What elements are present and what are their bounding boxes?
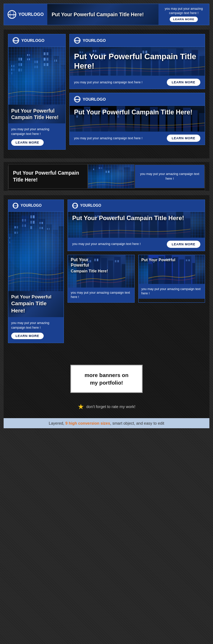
large-h2-globe	[74, 96, 81, 102]
large-h1-logo-text: YOURLOGO	[83, 38, 106, 43]
narrow-sky-cta-text: you may put your amazing campaign text h…	[11, 321, 61, 330]
sky-city-svg	[8, 47, 65, 105]
leaderboard-title: Put Your Powerful Campain Title Here!	[52, 12, 144, 18]
narrow-sky-title-wrap: Put Your PowerfulCampain Title Here!	[8, 291, 64, 317]
row-skyscraper-horizontal: YOURLOGO	[8, 34, 205, 150]
svg-rect-129	[30, 221, 32, 224]
logo-section-1: YOURLOGO	[4, 4, 47, 25]
banner-small-2: Put Your Powerful you may put your amazi…	[138, 255, 205, 303]
svg-rect-122	[22, 219, 23, 222]
svg-rect-107	[108, 171, 109, 173]
narrow-sky-learn-btn[interactable]: LEARN MORE	[11, 333, 44, 339]
small-2-city: Put Your Powerful	[139, 255, 205, 284]
svg-rect-9	[21, 58, 22, 61]
narrow-sky-logo: YOURLOGO	[13, 203, 42, 209]
banner-small-1: Put YourPowerfulCampain Title Here! you …	[68, 255, 135, 303]
svg-rect-106	[105, 171, 107, 173]
row-bottom-banners: YOURLOGO	[8, 200, 205, 343]
svg-rect-127	[30, 215, 32, 218]
large-h1-logo-bar: YOURLOGO	[70, 34, 205, 47]
svg-rect-198	[192, 263, 195, 284]
globe-icon-1	[8, 10, 16, 19]
star-text: don't forget to rate my work!	[86, 404, 135, 409]
large-h2-city: Put Your Powerful Campain Title Here!	[70, 106, 205, 132]
section-3: Put Your Powerful Campain Title Here!	[4, 162, 209, 191]
narrow-sky-title: Put Your PowerfulCampain Title Here!	[11, 294, 61, 315]
footer-bar: Layered, 9 high conversion sizes, smart …	[4, 418, 209, 428]
svg-rect-128	[33, 215, 35, 218]
svg-rect-104	[101, 167, 102, 169]
svg-point-35	[8, 58, 65, 94]
svg-rect-2	[11, 65, 12, 67]
med-h-logo-text: YOURLOGO	[80, 203, 101, 207]
med-h-logo-bar: YOURLOGO	[68, 200, 205, 212]
svg-rect-136	[42, 227, 43, 229]
black-title-part: Put Your Powerful Campain Title Here!	[8, 164, 88, 189]
section-2: YOURLOGO	[4, 30, 209, 158]
large-h2-logo: YOURLOGO	[74, 96, 106, 102]
black-city-svg	[88, 164, 134, 189]
large-h1-title: Put Your Powerful Campain Title Here!	[74, 52, 200, 71]
small-banners-row: Put YourPowerfulCampain Title Here! you …	[68, 255, 205, 303]
star-row: ★ don't forget to rate my work!	[78, 402, 135, 411]
narrow-sky-globe	[13, 203, 18, 209]
svg-rect-108	[112, 165, 118, 188]
narrow-sky-city	[8, 212, 64, 291]
large-h2-title-wrap: Put Your Powerful Campain Title Here!	[70, 106, 205, 119]
med-h-logo: YOURLOGO	[72, 203, 101, 209]
small-1-cta-text: you may put your amazing campaign text h…	[71, 290, 131, 299]
sky-logo-bar: YOURLOGO	[8, 34, 65, 47]
svg-rect-33	[56, 60, 57, 62]
narrow-sky-cta: you may put your amazing campaign text h…	[8, 317, 64, 343]
svg-rect-119	[14, 232, 16, 234]
svg-rect-139	[49, 228, 50, 230]
svg-rect-25	[44, 52, 45, 55]
footer-highlight: 9 high conversion sizes	[65, 421, 110, 425]
leaderboard-title-section: Put Your Powerful Campain Title Here!	[47, 4, 158, 25]
svg-point-142	[8, 230, 64, 273]
black-cta-text: you may put your amazing campaign text h…	[138, 172, 201, 181]
banner-black-rect: Put Your Powerful Campain Title Here!	[8, 166, 205, 191]
svg-rect-133	[39, 222, 41, 224]
sky-cta-text: you may put your amazing campaign text h…	[11, 127, 62, 136]
sky-city-image	[8, 47, 65, 105]
portfolio-section: more banners onmy portfolio! ★ don't for…	[4, 352, 209, 418]
svg-rect-124	[22, 224, 23, 227]
svg-rect-26	[47, 52, 48, 55]
bottom-right-col: YOURLOGO	[68, 200, 205, 303]
black-img-part	[88, 164, 135, 189]
banner-large-h1: YOURLOGO	[69, 34, 205, 89]
svg-rect-111	[131, 171, 134, 188]
sky-cta-section: you may put your amazing campaign text h…	[8, 123, 65, 149]
leaderboard-learn-more-btn[interactable]: LEARN MORE	[170, 17, 198, 22]
svg-rect-8	[18, 58, 20, 61]
narrow-sky-svg	[8, 212, 64, 291]
large-h2-learn-more[interactable]: LEARN MORE	[167, 135, 201, 142]
svg-rect-134	[42, 222, 43, 224]
large-h1-logo: YOURLOGO	[74, 37, 106, 44]
black-title: Put Your Powerful Campain Title Here!	[13, 170, 83, 183]
svg-rect-15	[27, 54, 28, 56]
banner-leaderboard: YOURLOGO Put Your Powerful Campain Title…	[4, 4, 209, 25]
portfolio-box: more banners onmy portfolio!	[70, 365, 143, 393]
portfolio-text-1: more banners onmy portfolio!	[78, 371, 135, 386]
svg-rect-120	[17, 232, 18, 234]
banner-narrow-sky: YOURLOGO	[8, 200, 64, 343]
med-h-city: Put Your Powerful Campain Title Here!	[68, 212, 205, 238]
large-h1-cta-text: you may put your amazing campaign text h…	[74, 80, 164, 85]
narrow-sky-logo-bar: YOURLOGO	[8, 200, 64, 212]
med-h-globe	[72, 203, 78, 209]
med-h-cta-bar: you may put your amazing campaign text h…	[68, 238, 205, 251]
large-h2-title: Put Your Powerful Campain Title Here!	[74, 109, 200, 117]
small-1-title: Put YourPowerfulCampain Title Here!	[71, 257, 131, 274]
small-2-title: Put Your Powerful	[142, 257, 202, 262]
sky-title-text: Put Your Powerful Campain Title Here!	[11, 108, 62, 121]
sky-learn-more-btn[interactable]: LEARN MORE	[11, 139, 44, 146]
small-2-cta-text: you may put your amazing campaign text h…	[142, 287, 202, 296]
svg-rect-130	[33, 221, 35, 224]
large-h1-learn-more[interactable]: LEARN MORE	[167, 79, 201, 86]
med-h-learn-btn[interactable]: LEARN MORE	[167, 241, 201, 248]
leaderboard-cta-section: you may put your amazing campaign text h…	[158, 4, 209, 25]
svg-rect-103	[99, 167, 100, 169]
small-1-cta: you may put your amazing campaign text h…	[68, 288, 134, 302]
